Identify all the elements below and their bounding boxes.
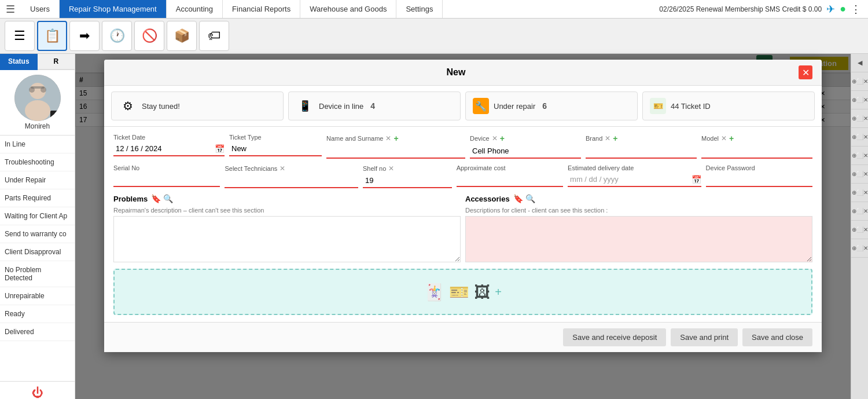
field-ticket-type: Ticket Type bbox=[229, 134, 322, 159]
sidebar-item-unrepairable[interactable]: Unrepairable bbox=[0, 287, 75, 305]
hamburger-menu[interactable]: ☰ bbox=[0, 3, 21, 16]
name-surname-input[interactable] bbox=[326, 144, 465, 159]
modal-footer: Save and receive deposit Save and print … bbox=[104, 322, 822, 352]
toolbar-arrow-btn[interactable]: ➡ bbox=[69, 21, 100, 51]
sidebar-item-waiting[interactable]: Waiting for Client Ap bbox=[0, 207, 75, 225]
toolbar-tickets-btn[interactable]: 📋 bbox=[37, 21, 67, 51]
name-remove-btn[interactable]: ✕ bbox=[385, 134, 391, 142]
toolbar-cancel-btn[interactable]: 🚫 bbox=[134, 21, 164, 51]
model-add-btn[interactable]: + bbox=[729, 134, 734, 143]
nav-financial[interactable]: Financial Reports bbox=[223, 0, 300, 18]
toolbar-box-btn[interactable]: 📦 bbox=[167, 21, 197, 51]
problems-icons: 🔖 🔍 bbox=[151, 194, 173, 203]
model-remove-btn[interactable]: ✕ bbox=[721, 134, 727, 142]
right-icon-2[interactable]: ⊕⬜✕ bbox=[851, 72, 868, 91]
brand-input[interactable] bbox=[586, 144, 697, 159]
sidebar-item-in-line[interactable]: In Line bbox=[0, 136, 75, 153]
accessories-bookmark-icon[interactable]: 🔖 bbox=[513, 194, 523, 203]
shelf-no-input[interactable] bbox=[363, 174, 452, 188]
toolbar-tag-btn[interactable]: 🏷 bbox=[199, 21, 229, 51]
sidebar-item-warranty[interactable]: Send to warranty co bbox=[0, 225, 75, 243]
nav-settings[interactable]: Settings bbox=[396, 0, 443, 18]
device-password-input[interactable] bbox=[706, 173, 812, 187]
device-label: Device ✕ + bbox=[470, 134, 581, 143]
accessories-description-label: Descriptions for client - client can see… bbox=[465, 207, 812, 214]
modal-body: Ticket Date 📅 Ticket Type bbox=[104, 127, 822, 322]
technicians-input[interactable] bbox=[225, 174, 358, 188]
brand-add-btn[interactable]: + bbox=[613, 134, 617, 143]
right-icon-8[interactable]: ⊕⬜✕ bbox=[851, 184, 868, 202]
device-add-btn[interactable]: + bbox=[500, 134, 505, 143]
form-row-2: Serial No Select Technicians ✕ bbox=[113, 164, 812, 188]
right-icon-9[interactable]: ⊕⬜✕ bbox=[851, 202, 868, 221]
sidebar-item-no-problem[interactable]: No Problem Detected bbox=[0, 261, 75, 287]
power-icon[interactable]: ⏻ bbox=[32, 386, 43, 399]
file-drop-zone[interactable]: 🃏 🎫 🖼 + bbox=[113, 269, 812, 315]
sidebar-item-parts-required[interactable]: Parts Required bbox=[0, 189, 75, 207]
ticket-type-label: Ticket Type bbox=[229, 134, 322, 141]
sidebar-item-delivered[interactable]: Delivered bbox=[0, 323, 75, 341]
field-device-password: Device Password bbox=[706, 164, 812, 188]
problems-bookmark-icon[interactable]: 🔖 bbox=[151, 194, 161, 203]
sidebar-tab-status[interactable]: Status bbox=[0, 54, 38, 70]
nav-warehouse[interactable]: Warehouse and Goods bbox=[300, 0, 396, 18]
right-icon-10[interactable]: ⊕⬜✕ bbox=[851, 221, 868, 239]
save-close-btn[interactable]: Save and close bbox=[742, 328, 812, 346]
ticket-date-input[interactable] bbox=[113, 142, 215, 155]
sidebar-item-ready[interactable]: Ready bbox=[0, 305, 75, 323]
save-print-btn[interactable]: Save and print bbox=[671, 328, 738, 346]
right-icon-11[interactable]: ⊕⬜✕ bbox=[851, 239, 868, 258]
problems-title: Problems bbox=[113, 195, 148, 203]
save-deposit-btn[interactable]: Save and receive deposit bbox=[563, 328, 666, 346]
accessories-textarea[interactable] bbox=[465, 216, 812, 262]
sidebar-tabs: Status R bbox=[0, 54, 75, 70]
menu-dots-icon[interactable]: ⋮ bbox=[851, 3, 861, 16]
est-delivery-input[interactable] bbox=[568, 173, 692, 186]
device-password-label: Device Password bbox=[706, 164, 812, 171]
right-icons-panel: ◀ ⊕⬜✕ ⊕⬜✕ ⊕⬜✕ ⊕⬜✕ ⊕⬜✕ ⊕⬜✕ ⊕⬜✕ ⊕⬜✕ ⊕⬜✕ ⊕⬜… bbox=[851, 54, 868, 399]
serial-no-label: Serial No bbox=[113, 164, 220, 171]
technicians-remove-btn[interactable]: ✕ bbox=[279, 164, 285, 173]
modal-close-btn[interactable]: ✕ bbox=[799, 65, 812, 79]
right-icon-7[interactable]: ⊕⬜✕ bbox=[851, 165, 868, 184]
whatsapp-icon[interactable]: ● bbox=[840, 3, 846, 15]
field-brand: Brand ✕ + bbox=[586, 134, 697, 159]
serial-no-input[interactable] bbox=[113, 173, 220, 187]
nav-accounting[interactable]: Accounting bbox=[167, 0, 223, 18]
nav-items: Users Repair Shop Management Accounting … bbox=[21, 0, 652, 18]
ticket-type-input[interactable] bbox=[229, 142, 322, 156]
device-input[interactable] bbox=[470, 144, 581, 159]
accessories-search-icon[interactable]: 🔍 bbox=[525, 194, 535, 203]
name-add-btn[interactable]: + bbox=[393, 134, 398, 143]
field-device: Device ✕ + bbox=[470, 134, 581, 159]
est-delivery-label: Estimated delivery date bbox=[568, 164, 701, 171]
approx-cost-input[interactable] bbox=[457, 173, 563, 187]
calendar-icon[interactable]: 📅 bbox=[215, 144, 225, 153]
problems-search-icon[interactable]: 🔍 bbox=[163, 194, 173, 203]
shelf-no-label: Shelf no ✕ bbox=[363, 164, 452, 173]
shelf-remove-btn[interactable]: ✕ bbox=[388, 164, 394, 173]
device-remove-btn[interactable]: ✕ bbox=[492, 134, 498, 142]
ticket-id-icon: 🎫 bbox=[650, 98, 666, 114]
right-icon-5[interactable]: ⊕⬜✕ bbox=[851, 128, 868, 147]
sidebar-tab-r[interactable]: R bbox=[38, 54, 75, 70]
accessories-section: Accessories 🔖 🔍 Descriptions for client … bbox=[465, 194, 812, 264]
nav-repair-shop[interactable]: Repair Shop Management bbox=[60, 0, 167, 18]
right-icon-1[interactable]: ◀ bbox=[851, 54, 868, 72]
delivery-calendar-icon[interactable]: 📅 bbox=[692, 175, 701, 184]
telegram-icon[interactable]: ✈ bbox=[826, 3, 835, 16]
toolbar-clock-btn[interactable]: 🕐 bbox=[102, 21, 132, 51]
brand-remove-btn[interactable]: ✕ bbox=[605, 134, 610, 142]
toolbar-list-btn[interactable]: ☰ bbox=[5, 21, 35, 51]
right-icon-3[interactable]: ⊕⬜✕ bbox=[851, 91, 868, 109]
right-icon-6[interactable]: ⊕⬜✕ bbox=[851, 147, 868, 165]
problems-textarea[interactable] bbox=[113, 216, 461, 262]
nav-users[interactable]: Users bbox=[21, 0, 60, 18]
sidebar-item-client-disapproval[interactable]: Client Disapproval bbox=[0, 243, 75, 261]
model-input[interactable] bbox=[701, 144, 812, 159]
right-icon-4[interactable]: ⊕⬜✕ bbox=[851, 109, 868, 128]
sidebar-item-troubleshooting[interactable]: Troubleshooting bbox=[0, 153, 75, 171]
sidebar-item-under-repair[interactable]: Under Repair bbox=[0, 171, 75, 189]
stat-ticket-id: 🎫 44 Ticket ID bbox=[642, 91, 815, 120]
accessories-title: Accessories bbox=[465, 195, 510, 203]
